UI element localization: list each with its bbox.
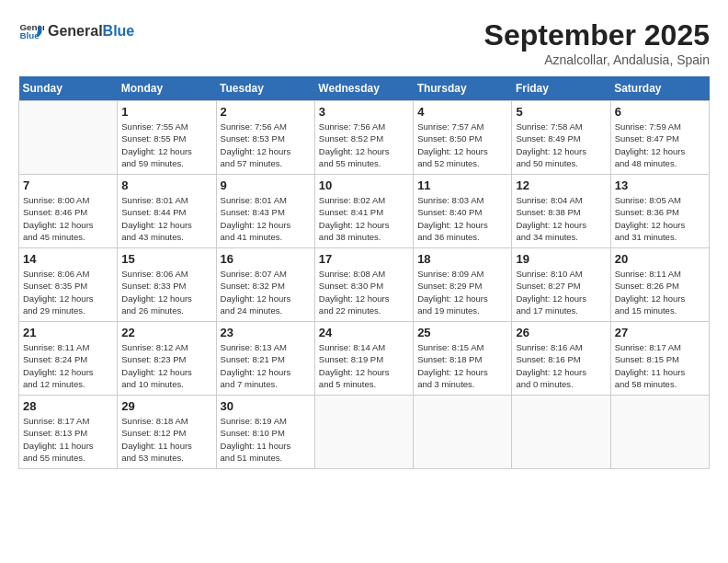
day-info: Sunrise: 8:18 AM Sunset: 8:12 PM Dayligh… — [121, 415, 211, 464]
week-row-1: 1Sunrise: 7:55 AM Sunset: 8:55 PM Daylig… — [19, 101, 710, 175]
day-cell-w4-d1: 21Sunrise: 8:11 AM Sunset: 8:24 PM Dayli… — [19, 322, 118, 396]
day-number: 25 — [417, 326, 507, 339]
day-cell-w4-d6: 26Sunrise: 8:16 AM Sunset: 8:16 PM Dayli… — [512, 322, 610, 396]
day-cell-w2-d1: 7Sunrise: 8:00 AM Sunset: 8:46 PM Daylig… — [19, 175, 118, 248]
day-cell-w3-d6: 19Sunrise: 8:10 AM Sunset: 8:27 PM Dayli… — [512, 248, 610, 322]
day-info: Sunrise: 8:00 AM Sunset: 8:46 PM Dayligh… — [23, 194, 113, 243]
day-cell-w1-d4: 3Sunrise: 7:56 AM Sunset: 8:52 PM Daylig… — [314, 101, 413, 175]
logo-general-text: GeneralBlue — [48, 23, 134, 40]
day-cell-w5-d3: 30Sunrise: 8:19 AM Sunset: 8:10 PM Dayli… — [216, 396, 314, 469]
day-number: 19 — [516, 252, 606, 266]
day-number: 13 — [615, 178, 705, 192]
day-number: 18 — [417, 252, 507, 266]
day-number: 4 — [417, 105, 507, 119]
days-of-week-row: Sunday Monday Tuesday Wednesday Thursday… — [19, 76, 710, 101]
day-cell-w1-d3: 2Sunrise: 7:56 AM Sunset: 8:53 PM Daylig… — [216, 101, 314, 175]
logo: General Blue GeneralBlue — [18, 18, 134, 44]
day-cell-w4-d3: 23Sunrise: 8:13 AM Sunset: 8:21 PM Dayli… — [216, 322, 314, 396]
week-row-4: 21Sunrise: 8:11 AM Sunset: 8:24 PM Dayli… — [19, 322, 710, 396]
day-cell-w2-d5: 11Sunrise: 8:03 AM Sunset: 8:40 PM Dayli… — [414, 175, 512, 248]
month-title: September 2025 — [484, 18, 710, 52]
day-info: Sunrise: 7:55 AM Sunset: 8:55 PM Dayligh… — [121, 121, 211, 169]
calendar-header: Sunday Monday Tuesday Wednesday Thursday… — [19, 76, 710, 101]
day-number: 12 — [516, 178, 606, 192]
day-info: Sunrise: 8:02 AM Sunset: 8:41 PM Dayligh… — [319, 194, 409, 243]
logo-icon: General Blue — [18, 18, 44, 44]
day-number: 11 — [417, 178, 507, 192]
day-number: 1 — [121, 105, 211, 119]
day-cell-w4-d2: 22Sunrise: 8:12 AM Sunset: 8:23 PM Dayli… — [118, 322, 216, 396]
day-cell-w1-d1 — [19, 101, 118, 175]
day-cell-w3-d2: 15Sunrise: 8:06 AM Sunset: 8:33 PM Dayli… — [118, 248, 216, 322]
location-title: Aznalcollar, Andalusia, Spain — [484, 52, 710, 67]
day-cell-w4-d4: 24Sunrise: 8:14 AM Sunset: 8:19 PM Dayli… — [314, 322, 413, 396]
day-info: Sunrise: 8:11 AM Sunset: 8:24 PM Dayligh… — [23, 341, 113, 390]
col-thursday: Thursday — [414, 76, 512, 101]
day-info: Sunrise: 8:19 AM Sunset: 8:10 PM Dayligh… — [221, 415, 311, 464]
day-number: 26 — [516, 326, 606, 339]
day-number: 14 — [23, 252, 113, 266]
day-number: 23 — [221, 326, 311, 339]
day-number: 30 — [221, 399, 311, 413]
day-cell-w2-d2: 8Sunrise: 8:01 AM Sunset: 8:44 PM Daylig… — [118, 175, 216, 248]
day-info: Sunrise: 8:09 AM Sunset: 8:29 PM Dayligh… — [417, 268, 507, 316]
day-number: 7 — [23, 178, 113, 192]
week-row-5: 28Sunrise: 8:17 AM Sunset: 8:13 PM Dayli… — [19, 396, 710, 469]
day-cell-w3-d3: 16Sunrise: 8:07 AM Sunset: 8:32 PM Dayli… — [216, 248, 314, 322]
day-info: Sunrise: 8:05 AM Sunset: 8:36 PM Dayligh… — [615, 194, 705, 243]
page-header: General Blue GeneralBlue September 2025 … — [18, 18, 710, 67]
day-info: Sunrise: 8:12 AM Sunset: 8:23 PM Dayligh… — [121, 341, 211, 390]
day-info: Sunrise: 8:13 AM Sunset: 8:21 PM Dayligh… — [221, 341, 311, 390]
day-info: Sunrise: 8:01 AM Sunset: 8:43 PM Dayligh… — [221, 194, 311, 243]
day-cell-w3-d4: 17Sunrise: 8:08 AM Sunset: 8:30 PM Dayli… — [314, 248, 413, 322]
col-wednesday: Wednesday — [314, 76, 413, 101]
day-info: Sunrise: 8:01 AM Sunset: 8:44 PM Dayligh… — [121, 194, 211, 243]
day-cell-w2-d3: 9Sunrise: 8:01 AM Sunset: 8:43 PM Daylig… — [216, 175, 314, 248]
day-number: 27 — [615, 326, 705, 339]
day-info: Sunrise: 7:58 AM Sunset: 8:49 PM Dayligh… — [516, 121, 606, 169]
day-cell-w4-d7: 27Sunrise: 8:17 AM Sunset: 8:15 PM Dayli… — [610, 322, 709, 396]
day-info: Sunrise: 8:03 AM Sunset: 8:40 PM Dayligh… — [417, 194, 507, 243]
day-cell-w1-d6: 5Sunrise: 7:58 AM Sunset: 8:49 PM Daylig… — [512, 101, 610, 175]
day-info: Sunrise: 7:59 AM Sunset: 8:47 PM Dayligh… — [615, 121, 705, 169]
day-number: 24 — [319, 326, 409, 339]
day-cell-w5-d1: 28Sunrise: 8:17 AM Sunset: 8:13 PM Dayli… — [19, 396, 118, 469]
day-number: 16 — [221, 252, 311, 266]
title-section: September 2025 Aznalcollar, Andalusia, S… — [484, 18, 710, 67]
day-info: Sunrise: 8:07 AM Sunset: 8:32 PM Dayligh… — [221, 268, 311, 316]
day-number: 15 — [121, 252, 211, 266]
col-friday: Friday — [512, 76, 610, 101]
day-number: 2 — [221, 105, 311, 119]
day-info: Sunrise: 8:17 AM Sunset: 8:13 PM Dayligh… — [23, 415, 113, 464]
day-info: Sunrise: 8:11 AM Sunset: 8:26 PM Dayligh… — [615, 268, 705, 316]
day-info: Sunrise: 7:56 AM Sunset: 8:53 PM Dayligh… — [221, 121, 311, 169]
day-number: 29 — [121, 399, 211, 413]
day-number: 20 — [615, 252, 705, 266]
col-tuesday: Tuesday — [216, 76, 314, 101]
day-info: Sunrise: 8:08 AM Sunset: 8:30 PM Dayligh… — [319, 268, 409, 316]
day-number: 8 — [121, 178, 211, 192]
day-number: 17 — [319, 252, 409, 266]
col-sunday: Sunday — [19, 76, 118, 101]
day-cell-w4-d5: 25Sunrise: 8:15 AM Sunset: 8:18 PM Dayli… — [414, 322, 512, 396]
day-cell-w3-d7: 20Sunrise: 8:11 AM Sunset: 8:26 PM Dayli… — [610, 248, 709, 322]
day-info: Sunrise: 8:17 AM Sunset: 8:15 PM Dayligh… — [615, 341, 705, 390]
col-monday: Monday — [118, 76, 216, 101]
day-number: 3 — [319, 105, 409, 119]
day-number: 21 — [23, 326, 113, 339]
day-cell-w5-d7 — [610, 396, 709, 469]
day-cell-w5-d4 — [314, 396, 413, 469]
day-info: Sunrise: 8:15 AM Sunset: 8:18 PM Dayligh… — [417, 341, 507, 390]
day-number: 28 — [23, 399, 113, 413]
day-cell-w5-d6 — [512, 396, 610, 469]
week-row-2: 7Sunrise: 8:00 AM Sunset: 8:46 PM Daylig… — [19, 175, 710, 248]
day-info: Sunrise: 7:57 AM Sunset: 8:50 PM Dayligh… — [417, 121, 507, 169]
day-cell-w1-d5: 4Sunrise: 7:57 AM Sunset: 8:50 PM Daylig… — [414, 101, 512, 175]
day-cell-w5-d2: 29Sunrise: 8:18 AM Sunset: 8:12 PM Dayli… — [118, 396, 216, 469]
day-number: 10 — [319, 178, 409, 192]
day-cell-w5-d5 — [414, 396, 512, 469]
calendar-body: 1Sunrise: 7:55 AM Sunset: 8:55 PM Daylig… — [19, 101, 710, 469]
day-info: Sunrise: 8:14 AM Sunset: 8:19 PM Dayligh… — [319, 341, 409, 390]
day-info: Sunrise: 8:04 AM Sunset: 8:38 PM Dayligh… — [516, 194, 606, 243]
day-cell-w2-d4: 10Sunrise: 8:02 AM Sunset: 8:41 PM Dayli… — [314, 175, 413, 248]
